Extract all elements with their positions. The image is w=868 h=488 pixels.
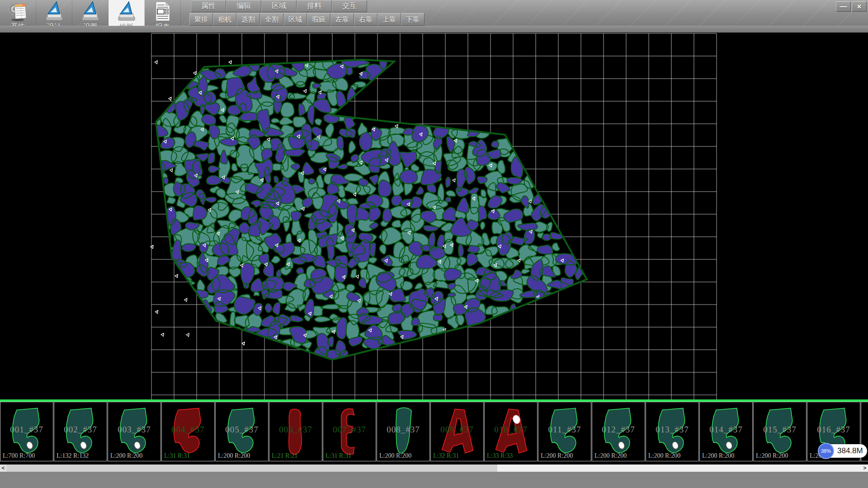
thumbnail-cell-004[interactable]: 004_#37L:31 R:31 bbox=[161, 402, 215, 461]
piece-shape bbox=[7, 406, 46, 457]
thumbnail-cell-011[interactable]: 011_#37L:200 R:200 bbox=[538, 402, 591, 461]
nesting-canvas[interactable] bbox=[0, 33, 868, 399]
thumbnail-cell-001[interactable]: 001_#37L:700 R:700 bbox=[0, 402, 53, 461]
horizontal-scrollbar[interactable]: < > bbox=[0, 465, 868, 472]
thumbnail-cell-006[interactable]: 006_#37L:21 R:21 bbox=[269, 402, 322, 461]
report-icon bbox=[152, 1, 173, 23]
piece-shape bbox=[330, 406, 369, 457]
tool-button-bar: 聚排相机选割全割区域瑕疵左靠右靠上靠下靠 bbox=[189, 13, 425, 26]
piece-shape bbox=[61, 406, 100, 457]
scroll-left-icon[interactable]: < bbox=[0, 465, 6, 472]
menu-tab-3[interactable]: 排料 bbox=[297, 0, 332, 12]
minimize-button[interactable]: — bbox=[836, 1, 851, 12]
thumbnail-cell-008[interactable]: 008_#37L:200 R:200 bbox=[377, 402, 430, 461]
tool-button-9[interactable]: 下靠 bbox=[401, 13, 425, 26]
piece-shape bbox=[760, 406, 799, 457]
menu-tab-1[interactable]: 编辑 bbox=[226, 0, 261, 12]
close-button[interactable]: × bbox=[852, 1, 867, 12]
set-square-icon bbox=[80, 1, 101, 23]
piece-shape bbox=[222, 406, 261, 457]
piece-shape bbox=[599, 406, 638, 457]
menu-tab-4[interactable]: 交互 bbox=[332, 0, 367, 12]
thumbnail-cell-012[interactable]: 012_#37L:200 R:200 bbox=[592, 402, 645, 461]
menu-tab-bar: 属性编辑区域排料交互 bbox=[191, 0, 367, 12]
thumbnail-cell-007[interactable]: 007_#37L:31 R:31 bbox=[323, 402, 376, 461]
tool-button-5[interactable]: 瑕疵 bbox=[307, 13, 330, 26]
set-square-icon bbox=[44, 1, 65, 23]
tool-button-0[interactable]: 聚排 bbox=[189, 13, 213, 26]
tool-button-7[interactable]: 右靠 bbox=[354, 13, 377, 26]
menu-tab-0[interactable]: 属性 bbox=[191, 0, 226, 12]
tool-button-4[interactable]: 区域 bbox=[283, 13, 307, 26]
thumbnail-cell-013[interactable]: 013_#37L:200 R:200 bbox=[646, 402, 699, 461]
piece-thumbnail-panel: 001_#37L:700 R:700002_#37L:132 R:132003_… bbox=[0, 399, 868, 465]
application-window: 系统设计设置排版报表 属性编辑区域排料交互 聚排相机选割全割区域瑕疵左靠右靠上靠… bbox=[0, 0, 868, 488]
canvas-svg bbox=[0, 33, 868, 399]
tool-button-6[interactable]: 左靠 bbox=[330, 13, 354, 26]
thumbnail-cell-005[interactable]: 005_#37L:200 R:200 bbox=[215, 402, 269, 461]
piece-shape bbox=[169, 406, 208, 457]
thumbnail-cell-014[interactable]: 014_#37L:200 R:200 bbox=[699, 402, 753, 461]
piece-shape bbox=[438, 406, 476, 457]
piece-shape bbox=[707, 406, 745, 457]
thumbnail-list: 001_#37L:700 R:700002_#37L:132 R:132003_… bbox=[0, 402, 868, 462]
tool-button-1[interactable]: 相机 bbox=[213, 13, 236, 26]
scrollbar-thumb[interactable] bbox=[6, 465, 497, 472]
thumbnail-cell-015[interactable]: 015_#37L:200 R:200 bbox=[753, 402, 807, 461]
toolbar-filler bbox=[0, 26, 868, 33]
tool-button-3[interactable]: 全割 bbox=[260, 13, 283, 26]
piece-shape bbox=[384, 406, 423, 457]
piece-shape bbox=[276, 406, 315, 457]
window-controls: — × bbox=[836, 1, 867, 12]
thumbnail-cell-003[interactable]: 003_#37L:200 R:200 bbox=[108, 402, 161, 461]
scroll-right-icon[interactable]: > bbox=[862, 465, 868, 472]
piece-shape bbox=[653, 406, 692, 457]
set-square-icon bbox=[116, 1, 137, 23]
tool-button-2[interactable]: 选割 bbox=[236, 13, 260, 26]
piece-shape bbox=[491, 406, 530, 457]
piece-shape bbox=[545, 406, 584, 457]
gear-doc-icon bbox=[8, 1, 28, 23]
thumbnail-cell-002[interactable]: 002_#37L:132 R:132 bbox=[54, 402, 107, 461]
menu-tab-2[interactable]: 区域 bbox=[261, 0, 297, 12]
thumbnail-cell-009[interactable]: 009_#37L:32 R:31 bbox=[430, 402, 484, 461]
titlebar[interactable]: 系统设计设置排版报表 属性编辑区域排料交互 聚排相机选割全割区域瑕疵左靠右靠上靠… bbox=[0, 0, 868, 33]
nested-pieces-layer bbox=[147, 52, 584, 367]
progress-memory-badge: 38% 384.8M bbox=[818, 444, 867, 458]
progress-circle: 38% bbox=[818, 443, 834, 459]
memory-usage-label: 384.8M bbox=[837, 446, 863, 455]
statusbar bbox=[0, 472, 868, 488]
tool-button-8[interactable]: 上靠 bbox=[377, 13, 401, 26]
piece-shape bbox=[115, 406, 154, 457]
thumbnail-cell-010[interactable]: 010_#37L:33 R:33 bbox=[484, 402, 538, 461]
